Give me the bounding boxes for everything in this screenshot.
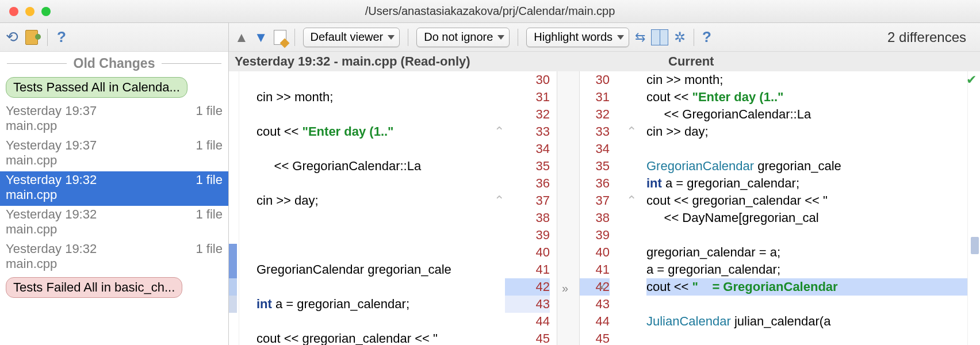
old-changes-header: Old Changes	[0, 52, 228, 75]
line-number: 45	[505, 330, 550, 345]
code-line: cout << gregorian_calendar << "	[646, 192, 967, 209]
line-number: 36	[580, 175, 610, 192]
code-line: cin >> day;	[257, 192, 493, 209]
separator	[294, 29, 295, 46]
revision-filecount: 1 file	[196, 207, 223, 222]
fold-icon[interactable]: ⌃	[493, 123, 505, 140]
separator	[408, 29, 408, 46]
code-line-modified: cout << " = GregorianCalendar	[646, 278, 967, 296]
revision-filecount: 1 file	[196, 103, 223, 118]
revision-time: Yesterday 19:37	[6, 103, 97, 118]
help-icon[interactable]: ?	[57, 28, 66, 46]
change-indicator[interactable]	[971, 237, 979, 254]
change-marker[interactable]	[229, 296, 237, 313]
code-line: << GregorianCalendar::La	[646, 106, 967, 123]
line-number: 45	[580, 330, 610, 345]
change-marker[interactable]	[229, 278, 237, 296]
right-gutter: 30 31 32 33 34 35 36 37 38 39 40 41 42× …	[580, 71, 626, 345]
revision-item[interactable]: Yesterday 19:321 file main.cpp	[0, 206, 228, 240]
ignore-dropdown[interactable]: Do not ignore	[416, 28, 510, 47]
maximize-window-icon[interactable]	[41, 7, 51, 16]
viewer-dropdown[interactable]: Default viewer	[303, 28, 400, 47]
show-changes-icon[interactable]	[25, 30, 38, 45]
code-line	[646, 140, 967, 158]
change-marker[interactable]	[229, 244, 237, 261]
line-number: 41	[505, 261, 550, 278]
edit-source-icon[interactable]	[274, 30, 286, 45]
line-number: 42	[505, 278, 550, 296]
sidebar: ⟲ ? Old Changes Tests Passed All in Cale…	[0, 23, 229, 345]
revision-time: Yesterday 19:37	[6, 138, 97, 153]
tests-failed-pill[interactable]: Tests Failed All in basic_ch...	[6, 277, 182, 298]
code-line: gregorian_calendar = a;	[646, 244, 967, 261]
code-line: cin >> month;	[257, 89, 493, 106]
line-number: 35	[580, 158, 610, 175]
line-number: 39	[580, 227, 610, 244]
code-line: cin >> day;	[646, 123, 967, 140]
line-number: 38	[580, 209, 610, 227]
line-number: 43	[505, 296, 550, 313]
code-line: cout << "Enter day (1.."	[257, 123, 493, 140]
help-icon[interactable]: ?	[702, 28, 711, 46]
code-line	[646, 227, 967, 244]
revision-filename: main.cpp	[6, 118, 223, 133]
line-number: 43	[580, 296, 610, 313]
line-number: 41	[580, 261, 610, 278]
code-line: cin >> month;	[646, 71, 967, 89]
left-change-markers	[229, 71, 239, 345]
revision-time: Yesterday 19:32	[6, 241, 97, 256]
fold-icon[interactable]: ⌃	[626, 192, 637, 209]
revision-time: Yesterday 19:32	[6, 172, 97, 187]
separator	[518, 29, 518, 46]
diff-toolbar: ▲ ▼ Default viewer Do not ignore Highlig…	[229, 23, 980, 52]
line-number: 37	[580, 192, 610, 209]
fold-icon[interactable]: ⌃	[626, 123, 637, 140]
code-line: a = gregorian_calendar;	[646, 261, 967, 278]
line-number: 40	[505, 244, 550, 261]
sidebar-toolbar: ⟲ ?	[0, 23, 228, 52]
code-line: JulianCalendar julian_calendar(a	[646, 313, 967, 330]
reject-change-icon[interactable]: ×	[598, 278, 605, 296]
line-number: 32	[580, 106, 610, 123]
code-line: << GregorianCalendar::La	[257, 158, 493, 175]
fold-column-right: ⌃ ⌃	[626, 71, 637, 345]
fold-icon[interactable]: ⌃	[493, 192, 505, 209]
prev-diff-icon[interactable]: ▲	[235, 29, 248, 45]
code-line: int a = gregorian_calendar;	[257, 296, 493, 313]
highlight-dropdown[interactable]: Highlight words	[526, 28, 629, 47]
left-gutter: 30 31 32 33 34 35 36 37 38 39 40 41 42 4…	[505, 71, 557, 345]
collapse-unchanged-icon[interactable]: ⇆	[635, 30, 645, 45]
apply-change-icon[interactable]: »	[562, 279, 568, 297]
line-number: 32	[505, 106, 550, 123]
line-number: 30	[505, 71, 550, 89]
code-line: GregorianCalendar gregorian_cale	[257, 261, 493, 278]
diff-splitter[interactable]: »	[557, 71, 580, 345]
inspection-ok-icon[interactable]: ✔	[966, 72, 977, 87]
code-line	[646, 296, 967, 313]
tests-passed-pill[interactable]: Tests Passed All in Calenda...	[6, 77, 187, 98]
change-marker[interactable]	[229, 261, 237, 278]
line-number: 31	[505, 89, 550, 106]
line-number: 33	[505, 123, 550, 140]
revision-item[interactable]: Yesterday 19:371 file main.cpp	[0, 102, 228, 137]
line-number: 40	[580, 244, 610, 261]
line-number: 38	[505, 209, 550, 227]
next-diff-icon[interactable]: ▼	[254, 29, 268, 45]
revision-filename: main.cpp	[6, 256, 223, 271]
revision-item[interactable]: Yesterday 19:321 file main.cpp	[0, 240, 228, 275]
minimize-window-icon[interactable]	[25, 7, 35, 16]
revision-item-selected[interactable]: Yesterday 19:321 file main.cpp	[0, 171, 228, 206]
diff-count-label: 2 differences	[887, 29, 974, 45]
line-number: 36	[505, 175, 550, 192]
sync-scroll-icon[interactable]	[651, 29, 668, 45]
highlight-label: Highlight words	[534, 30, 612, 44]
right-code-pane[interactable]: cin >> month; cout << "Enter day (1.." <…	[637, 71, 967, 345]
revert-icon[interactable]: ⟲	[6, 28, 18, 46]
close-window-icon[interactable]	[9, 7, 18, 16]
right-pane-header: Current	[661, 54, 714, 69]
revision-item[interactable]: Yesterday 19:371 file main.cpp	[0, 137, 228, 171]
titlebar: /Users/anastasiakazakova/prj/Calendar/ma…	[0, 0, 980, 23]
right-overview-ruler[interactable]: ✔	[967, 71, 980, 345]
left-code-pane[interactable]: cin >> month; cout << "Enter day (1.." <…	[239, 71, 493, 345]
gear-icon[interactable]: ✲	[674, 29, 686, 45]
